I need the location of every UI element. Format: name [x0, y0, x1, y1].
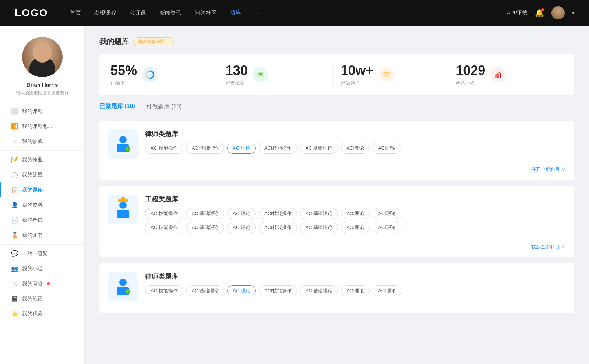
lawyer-check-3: ✓ [125, 289, 130, 294]
qbank-card-2-header: 工程类题库 ACI技能操作 ACI基础理论 ACI理论 ACI技能操作 ACI基… [108, 195, 565, 236]
sidebar-label-group: 我的小组 [22, 265, 43, 272]
sidebar-item-exam[interactable]: 📄 我的考试 [0, 213, 84, 228]
trial-badge: 体验剩余23天！ [133, 37, 174, 46]
sidebar-item-my-course[interactable]: ⬜ 我的课程 [0, 104, 84, 119]
nav-qa[interactable]: 问答社区 [195, 10, 217, 17]
main-content: 我的题库 体验剩余23天！ 55% 正确率 [85, 26, 589, 364]
qbank-3-tag-2[interactable]: ACI理论 [227, 285, 256, 296]
avatar-dropdown-arrow[interactable]: ▾ [572, 10, 574, 15]
my-qa-dot [47, 282, 50, 285]
navbar: LOGO 首页 发现课程 公开课 新闻资讯 问答社区 题库 ··· APP下载 … [0, 0, 589, 26]
nav-home[interactable]: 首页 [70, 10, 81, 17]
qbank-2-tag-r2-5[interactable]: ACI理论 [341, 222, 370, 233]
qbank-3-tag-4[interactable]: ACI基础理论 [300, 285, 338, 296]
sidebar-label-profile: 我的资料 [22, 202, 43, 208]
sidebar-label-my-qa: 我的问答 [22, 281, 43, 287]
sidebar-item-course-package[interactable]: 📶 我的课程包... [0, 119, 84, 134]
sidebar-item-qa[interactable]: ◯ 我的答疑 [0, 167, 84, 182]
engineer-head [119, 201, 127, 209]
qbank-2-tag-r2-4[interactable]: ACI基础理论 [300, 222, 338, 233]
sidebar-item-favorites[interactable]: ☆ 我的收藏 [0, 134, 84, 149]
sidebar-label-one-on-one: 一对一答疑 [22, 250, 48, 257]
nav-discover[interactable]: 发现课程 [94, 10, 116, 17]
sidebar-user-name: Brian Harris [27, 82, 58, 88]
app-download-button[interactable]: APP下载 [507, 10, 528, 16]
sidebar-item-group[interactable]: 👥 我的小组 [0, 261, 84, 276]
notification-bell[interactable]: 🔔 [535, 8, 544, 17]
qbank-1-tag-1[interactable]: ACI基础理论 [186, 143, 225, 154]
qbank-1-tag-5[interactable]: ACI理论 [341, 143, 370, 154]
qbank-2-tag-3[interactable]: ACI技能操作 [259, 208, 297, 219]
avatar[interactable] [551, 6, 565, 19]
qbank-2-tags-row2: ACI技能操作 ACI基础理论 ACI理论 ACI技能操作 ACI基础理论 AC… [145, 222, 565, 233]
my-qa-icon: ◎ [11, 280, 18, 287]
qbank-3-tag-6[interactable]: ACI理论 [373, 285, 401, 296]
sidebar-item-homework[interactable]: 📝 我的作业 [0, 152, 84, 167]
stat-ranking-label: 全站排名 [456, 80, 485, 86]
qbank-2-tag-0[interactable]: ACI技能操作 [145, 208, 183, 219]
qbank-1-tag-2[interactable]: ACI理论 [227, 143, 256, 154]
qbank-3-tag-3[interactable]: ACI技能操作 [259, 285, 297, 296]
qbank-3-tag-5[interactable]: ACI理论 [341, 285, 370, 296]
qbank-2-tag-r2-0[interactable]: ACI技能操作 [145, 222, 183, 233]
sidebar-item-my-qa[interactable]: ◎ 我的问答 [0, 276, 84, 291]
qbank-1-tag-0[interactable]: ACI技能操作 [145, 143, 183, 154]
sidebar-item-profile[interactable]: 👤 我的资料 [0, 197, 84, 213]
sidebar-label-course-package: 我的课程包... [22, 123, 52, 130]
qbank-2-tag-2[interactable]: ACI理论 [227, 208, 256, 219]
points-icon: ⭐ [11, 310, 18, 317]
sidebar-label-exam: 我的考试 [22, 217, 43, 224]
accuracy-chart-icon [145, 70, 154, 79]
notification-dot [541, 8, 544, 11]
sidebar-item-points[interactable]: ⭐ 我的积分 [0, 306, 84, 321]
stat-banks-icon [379, 67, 394, 82]
stat-accuracy-value: 55% [110, 63, 137, 78]
stat-accuracy-label: 正确率 [110, 80, 137, 86]
page-title: 我的题库 [99, 37, 129, 47]
qbank-2-tag-r2-3[interactable]: ACI技能操作 [259, 222, 297, 233]
sidebar-item-question-bank[interactable]: 📋 我的题库 [0, 182, 84, 197]
sidebar-item-one-on-one[interactable]: 💬 一对一答疑 [0, 246, 84, 261]
nav-news[interactable]: 新闻资讯 [159, 10, 181, 17]
qbank-3-tag-1[interactable]: ACI基础理论 [186, 285, 225, 296]
logo[interactable]: LOGO [15, 7, 48, 19]
lawyer-head-3 [119, 279, 127, 286]
ranking-bar-icon [494, 70, 502, 79]
qbank-2-collapse[interactable]: 收起全部科目 ∧ [108, 242, 565, 251]
sidebar-item-certificate[interactable]: 🏅 我的证书 [0, 228, 84, 243]
qbank-2-tag-5[interactable]: ACI理论 [341, 208, 370, 219]
stat-banks-numbers: 10w+ 已做题库 [341, 63, 374, 86]
qbank-1-tags: ACI技能操作 ACI基础理论 ACI理论 ACI技能操作 ACI基础理论 AC… [145, 143, 565, 154]
sidebar-label-certificate: 我的证书 [22, 232, 43, 239]
qbank-1-expand[interactable]: 展开全部科目 ∨ [108, 165, 565, 174]
nav-more[interactable]: ··· [254, 10, 259, 16]
tab-available[interactable]: 可做题库 (10) [146, 103, 182, 113]
qbank-2-content: 工程类题库 ACI技能操作 ACI基础理论 ACI理论 ACI技能操作 ACI基… [145, 195, 565, 236]
page-title-row: 我的题库 体验剩余23天！ [99, 37, 574, 47]
qbank-1-tag-3[interactable]: ACI技能操作 [259, 143, 297, 154]
nav-question-bank[interactable]: 题库 [230, 9, 241, 17]
qbank-2-tag-r2-1[interactable]: ACI基础理论 [186, 222, 225, 233]
qbank-2-tag-4[interactable]: ACI基础理论 [300, 208, 338, 219]
qbank-2-tag-1[interactable]: ACI基础理论 [186, 208, 225, 219]
qbank-2-tag-6[interactable]: ACI理论 [373, 208, 401, 219]
sidebar-label-points: 我的积分 [22, 311, 43, 317]
qbank-1-tag-4[interactable]: ACI基础理论 [300, 143, 338, 154]
sidebar-item-notes[interactable]: 📓 我的笔记 [0, 291, 84, 306]
nav-menu: 首页 发现课程 公开课 新闻资讯 问答社区 题库 ··· [70, 9, 507, 17]
tab-done[interactable]: 已做题库 (10) [99, 103, 135, 113]
qbank-2-tag-r2-6[interactable]: ACI理论 [373, 222, 401, 233]
qbank-3-tag-0[interactable]: ACI技能操作 [145, 285, 183, 296]
course-package-icon: 📶 [11, 123, 18, 130]
certificate-icon: 🏅 [11, 232, 18, 239]
stat-ranking: 1029 全站排名 [448, 63, 563, 86]
sidebar-label-notes: 我的笔记 [22, 296, 43, 302]
stat-banks-done: 10w+ 已做题库 [334, 63, 449, 86]
nav-open-course[interactable]: 公开课 [130, 10, 146, 17]
qbank-2-tag-r2-2[interactable]: ACI理论 [227, 222, 256, 233]
notes-icon: 📓 [11, 295, 18, 302]
group-icon: 👥 [11, 265, 18, 272]
homework-icon: 📝 [11, 156, 18, 163]
svg-rect-10 [497, 74, 499, 78]
qbank-1-tag-6[interactable]: ACI理论 [373, 143, 401, 154]
